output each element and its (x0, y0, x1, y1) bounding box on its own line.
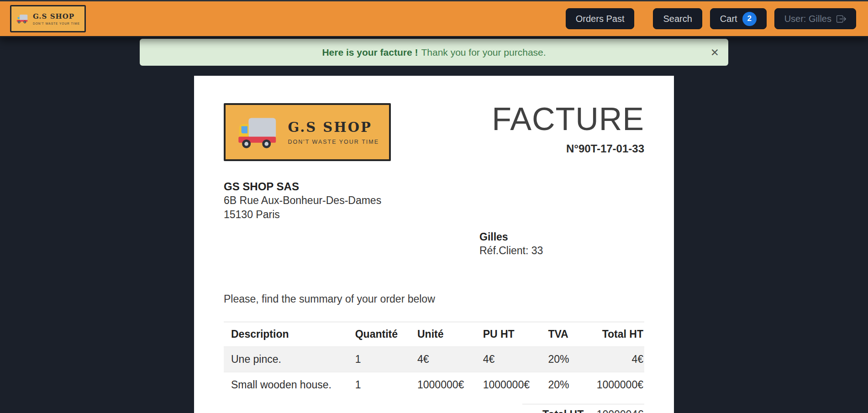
col-header-description: Description (224, 322, 348, 347)
cell-quantite: 1 (348, 372, 410, 398)
truck-icon (16, 10, 28, 28)
cell-tva: 20% (541, 372, 587, 398)
search-button[interactable]: Search (653, 8, 702, 29)
col-header-quantite: Quantité (348, 322, 410, 347)
company-address-line2: 15130 Paris (224, 208, 644, 222)
navbar-actions: Orders Past Search Cart 2 User: Gilles (566, 8, 856, 29)
invoice-logo: G.S SHOP DON'T WASTE YOUR TIME (224, 103, 391, 161)
invoice-number: N°90T-17-01-33 (492, 142, 644, 155)
client-ref: Réf.Client: 33 (479, 244, 644, 257)
table-row: Small wooden house. 1 1000000€ 1000000€ … (224, 372, 644, 398)
col-header-tva: TVA (541, 322, 587, 347)
cell-unite: 4€ (410, 347, 476, 372)
col-header-unite: Unité (410, 322, 476, 347)
invoice-title: FACTURE (492, 103, 644, 135)
invoice-title-block: FACTURE N°90T-17-01-33 (492, 103, 644, 155)
total-ht-value: 1000004€ (597, 408, 643, 413)
invoice-brand-name: G.S SHOP (288, 120, 379, 135)
close-icon[interactable]: ✕ (710, 47, 719, 58)
facture-success-alert: Here is your facture ! Thank you for you… (140, 39, 728, 66)
company-address: GS SHOP SAS 6B Rue Aux-Bonheur-Des-Dames… (224, 179, 644, 222)
shop-logo-text: G.S SHOP DON'T WASTE YOUR TIME (33, 12, 80, 25)
cart-button[interactable]: Cart 2 (710, 8, 767, 29)
order-summary-intro: Please, find the summary of your order b… (224, 293, 644, 305)
company-name: GS SHOP SAS (224, 179, 644, 193)
col-header-total-ht: Total HT (587, 322, 644, 347)
invoice-header: G.S SHOP DON'T WASTE YOUR TIME FACTURE N… (224, 103, 644, 161)
shop-tagline: DON'T WASTE YOUR TIME (33, 22, 80, 25)
cell-pu-ht: 1000000€ (476, 372, 541, 398)
cell-total-ht: 1000000€ (587, 372, 644, 398)
cell-unite: 1000000€ (410, 372, 476, 398)
client-name: Gilles (479, 230, 644, 244)
client-block: Gilles Réf.Client: 33 (479, 230, 644, 257)
cell-description: Small wooden house. (224, 372, 348, 398)
truck-icon (236, 112, 279, 152)
cell-tva: 20% (541, 347, 587, 372)
shop-brand-name: G.S SHOP (33, 12, 80, 21)
cell-pu-ht: 4€ (476, 347, 541, 372)
invoice-tagline: DON'T WASTE YOUR TIME (288, 139, 379, 145)
table-header-row: Description Quantité Unité PU HT TVA Tot… (224, 322, 644, 347)
col-header-pu-ht: PU HT (476, 322, 541, 347)
user-logout-button[interactable]: User: Gilles (774, 8, 856, 29)
cart-count-badge: 2 (742, 12, 757, 26)
orders-past-button[interactable]: Orders Past (566, 8, 635, 29)
alert-text: Thank you for your purchase. (421, 47, 546, 58)
company-address-line1: 6B Rue Aux-Bonheur-Des-Dames (224, 193, 644, 208)
invoice-total-row: Total HT 1000004€ (522, 404, 644, 413)
alert-bold-text: Here is your facture ! (322, 47, 418, 58)
total-ht-label: Total HT (542, 408, 584, 413)
invoice-card: G.S SHOP DON'T WASTE YOUR TIME FACTURE N… (194, 76, 674, 413)
table-row: Une pince. 1 4€ 4€ 20% 4€ (224, 347, 644, 372)
order-table: Description Quantité Unité PU HT TVA Tot… (224, 322, 644, 397)
cart-button-label: Cart (720, 14, 737, 24)
cell-quantite: 1 (348, 347, 410, 372)
shop-logo[interactable]: G.S SHOP DON'T WASTE YOUR TIME (10, 5, 86, 32)
cell-total-ht: 4€ (587, 347, 644, 372)
cell-description: Une pince. (224, 347, 348, 372)
logout-icon (836, 14, 846, 24)
user-button-label: User: Gilles (784, 14, 831, 24)
invoice-logo-text: G.S SHOP DON'T WASTE YOUR TIME (288, 120, 379, 145)
navbar: G.S SHOP DON'T WASTE YOUR TIME Orders Pa… (0, 0, 868, 37)
